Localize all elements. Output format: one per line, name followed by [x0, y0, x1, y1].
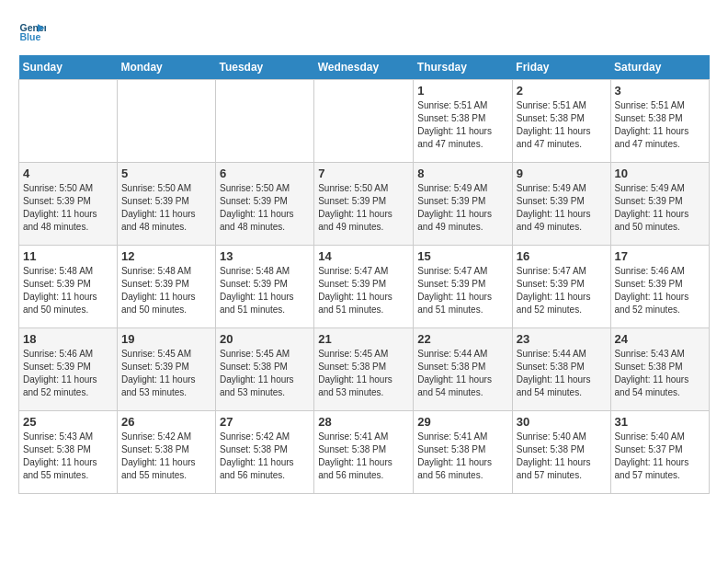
day-number: 18 [23, 332, 113, 346]
calendar-header-row: SundayMondayTuesdayWednesdayThursdayFrid… [19, 55, 710, 80]
day-info: Sunrise: 5:43 AM Sunset: 5:38 PM Dayligh… [23, 431, 113, 482]
calendar-cell: 20Sunrise: 5:45 AM Sunset: 5:38 PM Dayli… [215, 328, 313, 411]
calendar-cell: 12Sunrise: 5:48 AM Sunset: 5:39 PM Dayli… [117, 246, 215, 328]
calendar-cell: 4Sunrise: 5:50 AM Sunset: 5:39 PM Daylig… [19, 163, 118, 246]
day-number: 28 [318, 415, 409, 429]
day-info: Sunrise: 5:40 AM Sunset: 5:37 PM Dayligh… [615, 431, 705, 482]
day-info: Sunrise: 5:41 AM Sunset: 5:38 PM Dayligh… [417, 431, 508, 482]
calendar-header-cell: Sunday [19, 55, 118, 80]
day-info: Sunrise: 5:44 AM Sunset: 5:38 PM Dayligh… [417, 348, 508, 399]
calendar-cell: 1Sunrise: 5:51 AM Sunset: 5:38 PM Daylig… [414, 80, 513, 163]
day-number: 15 [417, 249, 508, 263]
calendar-cell: 26Sunrise: 5:42 AM Sunset: 5:38 PM Dayli… [117, 411, 215, 494]
day-number: 27 [220, 415, 310, 429]
day-info: Sunrise: 5:45 AM Sunset: 5:39 PM Dayligh… [121, 348, 211, 399]
calendar-week-row: 1Sunrise: 5:51 AM Sunset: 5:38 PM Daylig… [19, 80, 710, 163]
calendar-cell [19, 80, 118, 163]
day-info: Sunrise: 5:48 AM Sunset: 5:39 PM Dayligh… [121, 265, 211, 316]
day-info: Sunrise: 5:46 AM Sunset: 5:39 PM Dayligh… [23, 348, 113, 399]
day-info: Sunrise: 5:48 AM Sunset: 5:39 PM Dayligh… [220, 265, 310, 316]
calendar-body: 1Sunrise: 5:51 AM Sunset: 5:38 PM Daylig… [19, 80, 710, 494]
calendar-cell: 11Sunrise: 5:48 AM Sunset: 5:39 PM Dayli… [19, 246, 118, 328]
day-info: Sunrise: 5:51 AM Sunset: 5:38 PM Dayligh… [615, 99, 705, 151]
calendar-cell [215, 80, 313, 163]
calendar-cell [117, 80, 215, 163]
day-info: Sunrise: 5:49 AM Sunset: 5:39 PM Dayligh… [615, 182, 705, 234]
calendar-cell: 3Sunrise: 5:51 AM Sunset: 5:38 PM Daylig… [610, 80, 709, 163]
day-info: Sunrise: 5:46 AM Sunset: 5:39 PM Dayligh… [615, 265, 705, 316]
calendar-header-cell: Monday [117, 55, 215, 80]
calendar-header-cell: Friday [512, 55, 610, 80]
day-info: Sunrise: 5:47 AM Sunset: 5:39 PM Dayligh… [517, 265, 607, 316]
calendar-cell: 25Sunrise: 5:43 AM Sunset: 5:38 PM Dayli… [19, 411, 118, 494]
day-number: 11 [23, 249, 113, 263]
day-info: Sunrise: 5:51 AM Sunset: 5:38 PM Dayligh… [417, 99, 508, 151]
day-number: 19 [121, 332, 211, 346]
day-number: 5 [121, 167, 211, 180]
logo: General Blue [18, 18, 46, 46]
day-number: 26 [121, 415, 211, 429]
calendar-week-row: 25Sunrise: 5:43 AM Sunset: 5:38 PM Dayli… [19, 411, 710, 494]
calendar-cell: 13Sunrise: 5:48 AM Sunset: 5:39 PM Dayli… [215, 246, 313, 328]
calendar-cell: 7Sunrise: 5:50 AM Sunset: 5:39 PM Daylig… [314, 163, 414, 246]
day-info: Sunrise: 5:47 AM Sunset: 5:39 PM Dayligh… [318, 265, 409, 316]
day-number: 31 [615, 415, 705, 429]
day-info: Sunrise: 5:42 AM Sunset: 5:38 PM Dayligh… [220, 431, 310, 482]
calendar-cell: 5Sunrise: 5:50 AM Sunset: 5:39 PM Daylig… [117, 163, 215, 246]
day-number: 10 [615, 167, 705, 180]
logo-icon: General Blue [18, 18, 46, 46]
day-number: 8 [417, 167, 508, 180]
calendar-cell: 21Sunrise: 5:45 AM Sunset: 5:38 PM Dayli… [314, 328, 414, 411]
calendar-cell: 27Sunrise: 5:42 AM Sunset: 5:38 PM Dayli… [215, 411, 313, 494]
day-number: 21 [318, 332, 409, 346]
svg-text:Blue: Blue [20, 31, 41, 42]
day-number: 1 [417, 84, 508, 98]
calendar-week-row: 11Sunrise: 5:48 AM Sunset: 5:39 PM Dayli… [19, 246, 710, 328]
calendar-cell: 23Sunrise: 5:44 AM Sunset: 5:38 PM Dayli… [512, 328, 610, 411]
calendar-cell: 24Sunrise: 5:43 AM Sunset: 5:38 PM Dayli… [610, 328, 709, 411]
day-info: Sunrise: 5:41 AM Sunset: 5:38 PM Dayligh… [318, 431, 409, 482]
day-info: Sunrise: 5:50 AM Sunset: 5:39 PM Dayligh… [318, 182, 409, 234]
day-number: 13 [220, 249, 310, 263]
calendar-cell: 22Sunrise: 5:44 AM Sunset: 5:38 PM Dayli… [414, 328, 513, 411]
calendar-cell: 2Sunrise: 5:51 AM Sunset: 5:38 PM Daylig… [512, 80, 610, 163]
day-number: 22 [417, 332, 508, 346]
calendar-header-cell: Tuesday [215, 55, 313, 80]
calendar-header-cell: Saturday [610, 55, 709, 80]
day-number: 7 [318, 167, 409, 180]
day-number: 20 [220, 332, 310, 346]
day-info: Sunrise: 5:45 AM Sunset: 5:38 PM Dayligh… [318, 348, 409, 399]
calendar-week-row: 4Sunrise: 5:50 AM Sunset: 5:39 PM Daylig… [19, 163, 710, 246]
calendar-cell: 16Sunrise: 5:47 AM Sunset: 5:39 PM Dayli… [512, 246, 610, 328]
day-number: 12 [121, 249, 211, 263]
day-number: 29 [417, 415, 508, 429]
day-info: Sunrise: 5:47 AM Sunset: 5:39 PM Dayligh… [417, 265, 508, 316]
calendar-cell: 6Sunrise: 5:50 AM Sunset: 5:39 PM Daylig… [215, 163, 313, 246]
calendar-cell: 30Sunrise: 5:40 AM Sunset: 5:38 PM Dayli… [512, 411, 610, 494]
day-number: 30 [517, 415, 607, 429]
day-number: 2 [517, 84, 607, 98]
calendar-cell: 9Sunrise: 5:49 AM Sunset: 5:39 PM Daylig… [512, 163, 610, 246]
calendar-cell: 28Sunrise: 5:41 AM Sunset: 5:38 PM Dayli… [314, 411, 414, 494]
calendar-cell: 31Sunrise: 5:40 AM Sunset: 5:37 PM Dayli… [610, 411, 709, 494]
calendar-header-cell: Thursday [414, 55, 513, 80]
calendar-cell: 29Sunrise: 5:41 AM Sunset: 5:38 PM Dayli… [414, 411, 513, 494]
day-number: 24 [615, 332, 705, 346]
day-number: 23 [517, 332, 607, 346]
day-number: 25 [23, 415, 113, 429]
calendar-cell: 14Sunrise: 5:47 AM Sunset: 5:39 PM Dayli… [314, 246, 414, 328]
calendar-cell: 19Sunrise: 5:45 AM Sunset: 5:39 PM Dayli… [117, 328, 215, 411]
day-info: Sunrise: 5:50 AM Sunset: 5:39 PM Dayligh… [220, 182, 310, 234]
day-info: Sunrise: 5:49 AM Sunset: 5:39 PM Dayligh… [517, 182, 607, 234]
day-number: 14 [318, 249, 409, 263]
day-info: Sunrise: 5:40 AM Sunset: 5:38 PM Dayligh… [517, 431, 607, 482]
calendar-cell: 17Sunrise: 5:46 AM Sunset: 5:39 PM Dayli… [610, 246, 709, 328]
day-number: 3 [615, 84, 705, 98]
day-info: Sunrise: 5:44 AM Sunset: 5:38 PM Dayligh… [517, 348, 607, 399]
day-info: Sunrise: 5:50 AM Sunset: 5:39 PM Dayligh… [121, 182, 211, 234]
calendar-cell: 18Sunrise: 5:46 AM Sunset: 5:39 PM Dayli… [19, 328, 118, 411]
day-info: Sunrise: 5:45 AM Sunset: 5:38 PM Dayligh… [220, 348, 310, 399]
day-number: 17 [615, 249, 705, 263]
calendar-cell: 8Sunrise: 5:49 AM Sunset: 5:39 PM Daylig… [414, 163, 513, 246]
day-info: Sunrise: 5:48 AM Sunset: 5:39 PM Dayligh… [23, 265, 113, 316]
